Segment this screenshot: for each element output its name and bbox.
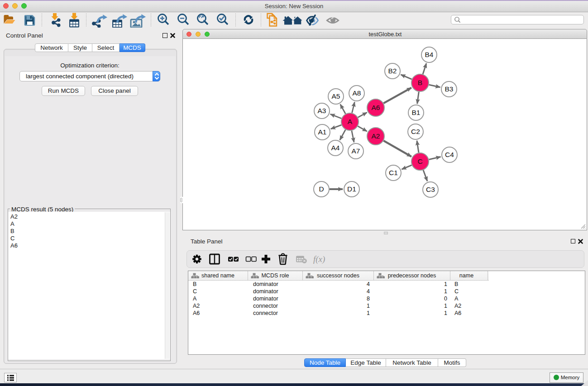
- svg-text:C1: C1: [389, 169, 398, 176]
- svg-text:B3: B3: [445, 85, 454, 93]
- svg-text:D: D: [319, 185, 324, 193]
- svg-text:B: B: [418, 79, 422, 86]
- svg-text:A3: A3: [318, 107, 326, 114]
- svg-text:B2: B2: [388, 67, 397, 75]
- svg-text:A8: A8: [353, 89, 361, 97]
- svg-text:A: A: [348, 118, 353, 125]
- svg-text:C2: C2: [411, 128, 420, 135]
- svg-text:A2: A2: [372, 132, 380, 140]
- svg-text:A6: A6: [372, 104, 380, 111]
- svg-text:f(x): f(x): [313, 254, 325, 264]
- svg-text:B4: B4: [425, 51, 434, 58]
- svg-text:D1: D1: [347, 185, 356, 193]
- svg-text:A5: A5: [332, 92, 340, 100]
- svg-text:B1: B1: [412, 109, 421, 116]
- svg-text:C3: C3: [426, 186, 435, 193]
- svg-text:A4: A4: [331, 144, 340, 152]
- svg-text:A1: A1: [318, 128, 327, 136]
- svg-text:C4: C4: [445, 151, 454, 158]
- svg-text:C: C: [417, 157, 422, 165]
- svg-text:A7: A7: [352, 147, 360, 155]
